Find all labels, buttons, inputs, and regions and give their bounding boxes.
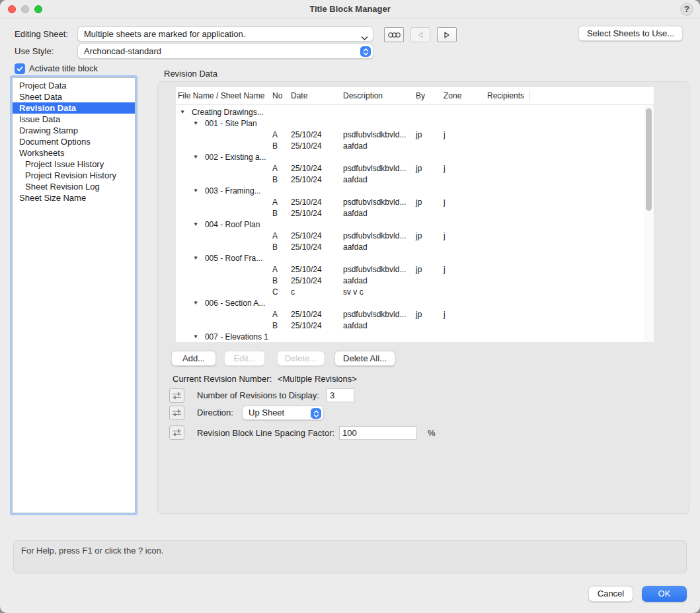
zone-cell: j — [442, 310, 485, 319]
link-sheets-button[interactable] — [384, 27, 404, 42]
col-recipients[interactable]: Recipients — [485, 91, 529, 100]
use-style-popup[interactable]: Archoncad-standard — [77, 44, 373, 59]
sheet-name: 001 - Site Plan — [203, 119, 257, 128]
sidebar-item[interactable]: Project Revision History — [13, 170, 135, 181]
no-cell: B — [270, 321, 289, 330]
table-row[interactable]: B25/10/24aafdad — [176, 140, 644, 151]
sidebar-item[interactable]: Revision Data — [13, 102, 135, 114]
table-row[interactable]: B25/10/24aafdad — [176, 174, 644, 185]
revisions-to-display-label: Number of Revisions to Display: — [197, 390, 319, 400]
panel-title: Revision Data — [164, 69, 217, 79]
sidebar-item[interactable]: Sheet Revision Log — [13, 181, 135, 192]
col-description[interactable]: Description — [341, 91, 414, 100]
sidebar-item[interactable]: Sheet Size Name — [13, 192, 135, 203]
date-cell: c — [289, 287, 341, 297]
help-button[interactable]: ? — [680, 3, 693, 16]
help-text: For Help, press F1 or click the ? icon. — [14, 541, 686, 556]
sidebar-item[interactable]: Document Options — [13, 136, 135, 147]
col-file-name[interactable]: File Name / Sheet Name — [176, 91, 270, 100]
direction-popup[interactable]: Up Sheet — [242, 406, 324, 420]
description-cell: psdfubvlsdkbvld... — [341, 231, 414, 240]
disclosure-triangle-icon[interactable]: ▼ — [190, 120, 198, 126]
no-cell: A — [270, 130, 289, 139]
current-revision-row: Current Revision Number: <Multiple Revis… — [173, 374, 357, 384]
table-row[interactable]: ▼005 - Roof Fra... — [176, 252, 644, 264]
date-cell: 25/10/24 — [289, 175, 341, 184]
table-row[interactable]: ▼Creating Drawings... — [176, 106, 644, 118]
col-zone[interactable]: Zone — [442, 91, 485, 100]
title-block-manager-window: Title Block Manager ? Editing Sheet: Mul… — [0, 0, 700, 613]
description-cell: aafdad — [341, 209, 414, 218]
select-sheets-button[interactable]: Select Sheets to Use... — [578, 26, 683, 41]
chain-icon — [388, 32, 401, 38]
date-cell: 25/10/24 — [289, 231, 341, 240]
cancel-button[interactable]: Cancel — [588, 586, 633, 602]
disclosure-triangle-icon[interactable]: ▼ — [190, 154, 198, 160]
table-row[interactable]: ▼007 - Elevations 1 — [176, 331, 644, 342]
disclosure-triangle-icon[interactable]: ▼ — [190, 188, 198, 194]
table-row[interactable]: A25/10/24psdfubvlsdkbvld...jpj — [176, 264, 644, 275]
direction-settings-button[interactable] — [169, 406, 184, 420]
sheet-name: Creating Drawings... — [190, 108, 264, 117]
sidebar-item[interactable]: Project Data — [13, 80, 135, 91]
table-row[interactable]: ▼006 - Section A... — [176, 297, 644, 308]
activate-title-block-checkbox[interactable] — [15, 63, 25, 74]
editing-sheet-label: Editing Sheet: — [15, 29, 68, 40]
table-row[interactable]: ▼004 - Roof Plan — [176, 219, 644, 230]
table-row[interactable]: A25/10/24psdfubvlsdkbvld...jpj — [176, 196, 644, 207]
table-row[interactable]: A25/10/24psdfubvlsdkbvld...jpj — [176, 162, 644, 174]
disclosure-triangle-icon[interactable]: ▼ — [190, 255, 198, 261]
zone-cell: j — [442, 164, 485, 173]
description-cell: psdfubvlsdkbvld... — [341, 265, 414, 274]
table-row[interactable]: A25/10/24psdfubvlsdkbvld...jpj — [176, 129, 644, 140]
sidebar-item[interactable]: Drawing Stamp — [13, 125, 135, 136]
col-no[interactable]: No — [270, 91, 289, 100]
next-sheet-button[interactable] — [437, 27, 457, 42]
date-cell: 25/10/24 — [289, 242, 341, 252]
table-row[interactable]: B25/10/24aafdad — [176, 320, 644, 331]
add-button[interactable]: Add... — [171, 351, 216, 366]
table-row[interactable]: B25/10/24aafdad — [176, 275, 644, 286]
table-row[interactable]: B25/10/24aafdad — [176, 207, 644, 219]
sheet-name: 004 - Roof Plan — [203, 220, 260, 229]
disclosure-triangle-icon[interactable]: ▼ — [177, 109, 185, 115]
no-cell: A — [270, 164, 289, 173]
by-cell: jp — [414, 310, 442, 319]
disclosure-triangle-icon[interactable]: ▼ — [190, 300, 198, 306]
sidebar-item[interactable]: Sheet Data — [13, 91, 135, 102]
table-row[interactable]: ▼001 - Site Plan — [176, 118, 644, 129]
sidebar-item[interactable]: Project Issue History — [13, 159, 135, 170]
edit-button: Edit... — [224, 351, 265, 366]
editing-sheet-dropdown[interactable]: Multiple sheets are marked for applicati… — [77, 26, 373, 42]
ok-button[interactable]: OK — [642, 586, 687, 602]
sidebar-list[interactable]: Project DataSheet DataRevision DataIssue… — [12, 77, 136, 513]
table-row[interactable]: Ccsv v c — [176, 286, 644, 297]
col-date[interactable]: Date — [289, 91, 341, 100]
sidebar-item[interactable]: Worksheets — [13, 147, 135, 159]
description-cell: aafdad — [341, 276, 414, 285]
spacing-settings-button[interactable] — [169, 425, 184, 440]
scrollbar-thumb[interactable] — [646, 108, 652, 211]
check-icon — [17, 66, 23, 72]
spacing-factor-input[interactable] — [339, 426, 417, 440]
activate-title-block-label: Activate title block — [29, 63, 98, 74]
disclosure-triangle-icon[interactable]: ▼ — [190, 221, 198, 227]
table-row[interactable]: A25/10/24psdfubvlsdkbvld...jpj — [176, 230, 644, 241]
sidebar-item[interactable]: Issue Data — [13, 114, 135, 125]
date-cell: 25/10/24 — [289, 141, 341, 151]
table-row[interactable]: A25/10/24psdfubvlsdkbvld...jpj — [176, 308, 644, 320]
date-cell: 25/10/24 — [289, 276, 341, 285]
revisions-to-display-input[interactable] — [327, 388, 354, 402]
disclosure-triangle-icon[interactable]: ▼ — [190, 334, 198, 340]
table-row[interactable]: B25/10/24aafdad — [176, 241, 644, 252]
no-cell: B — [270, 276, 289, 285]
table-row[interactable]: ▼003 - Framing... — [176, 185, 644, 196]
date-cell: 25/10/24 — [289, 265, 341, 274]
sliders-icon — [172, 392, 182, 400]
revisions-settings-button[interactable] — [169, 388, 184, 403]
col-by[interactable]: By — [414, 91, 442, 100]
table-row[interactable]: ▼002 - Existing a... — [176, 151, 644, 162]
vertical-scrollbar[interactable] — [644, 105, 654, 342]
zone-cell: j — [442, 231, 485, 240]
delete-all-button[interactable]: Delete All... — [334, 351, 395, 366]
